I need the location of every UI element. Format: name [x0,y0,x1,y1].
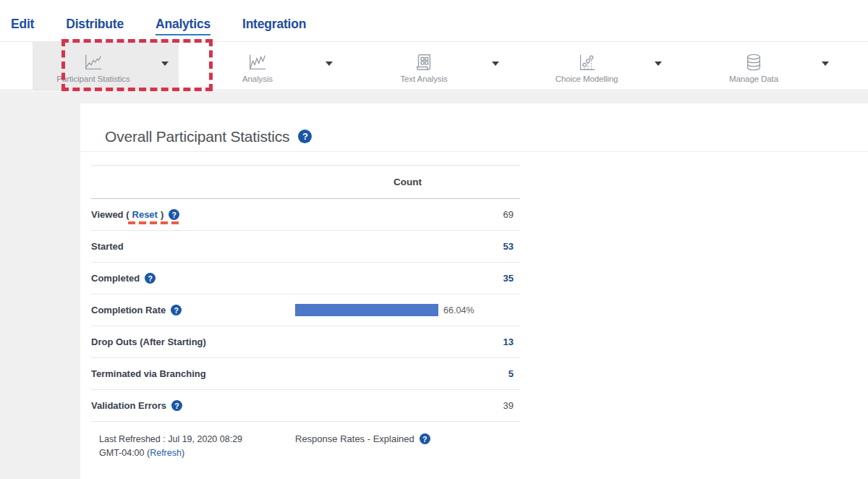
area-chart-icon [247,52,268,72]
analysis-button[interactable]: Analysis [197,49,318,83]
toolbar-item-label: Text Analysis [400,75,447,83]
help-icon[interactable]: ? [145,273,156,284]
chevron-down-icon[interactable] [822,62,829,66]
table-row-validation-errors: Validation Errors ? 39 [91,390,520,422]
table-header-row: Count [91,165,520,199]
row-label: Drop Outs (After Starting) [91,336,295,347]
analytics-toolbar: Participant Statistics Analysis [0,41,868,90]
toolbar-item-participant-statistics[interactable]: Participant Statistics [33,42,179,90]
row-count-cell: 39 [295,400,520,411]
nav-item-analytics[interactable]: Analytics [156,17,210,35]
help-icon[interactable]: ? [171,305,182,315]
last-refreshed-text: Last Refreshed : Jul 19, 2020 08:29 GMT-… [91,433,295,461]
reset-link[interactable]: Reset [132,209,158,220]
row-count-cell: 53 [295,241,520,252]
count-value: 35 [503,273,520,284]
last-refreshed-line2-suffix: ) [182,448,184,458]
table-row-completed: Completed ? 35 [91,263,520,294]
toolbar-item-label: Choice Modelling [556,75,618,83]
count-value: 5 [509,368,520,379]
toolbar-item-label: Participant Statistics [56,75,129,83]
chevron-down-icon[interactable] [492,62,499,66]
help-icon[interactable]: ? [169,209,179,220]
count-value: 13 [503,336,520,347]
row-label: Validation Errors ? [91,400,295,411]
manage-data-button[interactable]: Manage Data [693,49,814,83]
table-row-started: Started 53 [91,231,520,263]
row-label-text: Completion Rate [91,305,166,315]
text-analysis-button[interactable]: Text Analysis [363,49,485,83]
row-count-cell: 35 [295,273,520,284]
row-label: Started [91,241,295,252]
response-rates-explained: Response Rates - Explained ? [295,433,520,461]
row-label: Completion Rate ? [91,305,295,315]
toolbar-item-manage-data[interactable]: Manage Data [693,42,839,90]
toolbar-item-label: Manage Data [729,75,778,83]
refresh-link[interactable]: Refresh [150,448,182,458]
participant-statistics-button[interactable]: Participant Statistics [33,49,154,83]
content-background: Overall Participant Statistics ? Count V… [0,91,868,479]
row-count-cell: 69 [295,209,520,220]
help-icon[interactable]: ? [171,400,182,411]
nav-item-edit[interactable]: Edit [11,17,34,35]
database-icon [744,52,764,72]
table-row-viewed: Viewed ( Reset ) ? 69 [91,199,520,231]
choice-modelling-button[interactable]: Choice Modelling [526,49,647,83]
row-label: Viewed ( Reset ) ? [91,209,295,220]
count-value: 53 [503,241,520,252]
top-nav: Edit Distribute Analytics Integration [0,0,868,41]
row-label: Completed ? [91,273,295,284]
annotation-dashed-underline [128,221,182,224]
row-label-text: Validation Errors [91,400,166,411]
nav-item-integration[interactable]: Integration [242,17,306,35]
row-label-text: Completed [91,273,140,284]
statistics-card: Overall Participant Statistics ? Count V… [80,103,868,479]
table-footer: Last Refreshed : Jul 19, 2020 08:29 GMT-… [91,433,520,461]
row-label-text: ) [161,209,163,220]
row-count-cell: 13 [295,336,520,347]
toolbar-item-text-analysis[interactable]: Text Analysis [363,42,509,90]
card-header: Overall Participant Statistics ? [80,103,868,152]
toolbar-item-label: Analysis [242,75,273,83]
completion-rate-percent: 66.04% [443,305,474,315]
line-chart-icon [82,52,104,72]
completion-rate-bar [295,304,438,316]
table-row-drop-outs: Drop Outs (After Starting) 13 [91,326,520,358]
row-label-text: Viewed ( [91,209,129,220]
row-count-cell: 5 [295,368,520,379]
row-label: Terminated via Branching [91,368,295,379]
row-count-cell: 66.04% [295,304,520,316]
nav-item-distribute[interactable]: Distribute [66,17,124,35]
help-icon[interactable]: ? [298,130,312,143]
last-refreshed-line2: GMT-04:00 ( [99,448,150,458]
chevron-down-icon[interactable] [161,62,169,66]
page-title: Overall Participant Statistics [105,127,289,145]
chevron-down-icon[interactable] [655,62,662,66]
scatter-chart-icon [576,52,597,72]
count-value: 39 [503,400,520,411]
response-rates-text: Response Rates - Explained [295,433,414,444]
document-grid-icon [414,52,434,72]
participant-statistics-table: Count Viewed ( Reset ) ? 69 Started [91,165,520,422]
toolbar-item-analysis[interactable]: Analysis [197,42,343,90]
chevron-down-icon[interactable] [326,62,333,66]
table-row-completion-rate: Completion Rate ? 66.04% [91,294,520,326]
count-column-header: Count [295,177,520,187]
help-icon[interactable]: ? [420,433,430,444]
toolbar-item-choice-modelling[interactable]: Choice Modelling [526,42,672,90]
count-value: 69 [503,209,520,220]
table-row-terminated: Terminated via Branching 5 [91,358,520,390]
last-refreshed-line1: Last Refreshed : Jul 19, 2020 08:29 [99,434,242,444]
